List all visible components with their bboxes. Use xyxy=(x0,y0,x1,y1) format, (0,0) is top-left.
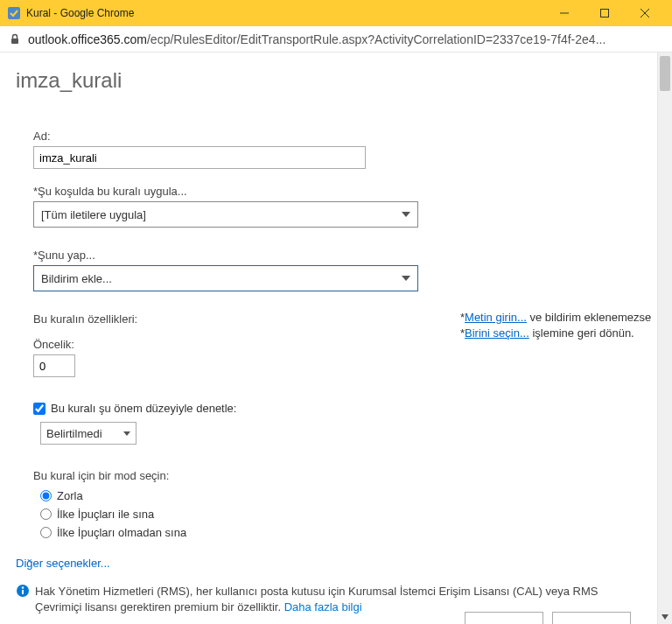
condition-value: [Tüm iletilere uygula] xyxy=(41,208,146,221)
scroll-down-arrow[interactable] xyxy=(658,610,672,624)
enter-text-link[interactable]: Metin girin... xyxy=(465,311,527,324)
svg-rect-2 xyxy=(601,10,609,18)
chevron-down-icon xyxy=(123,431,130,436)
chrome-titlebar: Kural - Google Chrome xyxy=(0,0,672,26)
action-value: Bildirim ekle... xyxy=(41,272,112,285)
close-button[interactable] xyxy=(625,0,665,26)
svg-rect-7 xyxy=(22,590,24,594)
svg-rect-0 xyxy=(8,7,20,19)
svg-rect-5 xyxy=(11,39,18,44)
rms-footer-note: Hak Yönetim Hizmetleri (RMS), her kullan… xyxy=(16,584,635,615)
condition-dropdown[interactable]: [Tüm iletilere uygula] xyxy=(33,201,418,228)
more-options-link[interactable]: Diğer seçenekler... xyxy=(16,557,641,570)
audit-level-value: Belirtilmedi xyxy=(46,427,102,440)
url-path: /ecp/RulesEditor/EditTransportRule.aspx?… xyxy=(147,32,606,46)
url-host: outlook.office365.com xyxy=(28,32,147,46)
address-bar[interactable]: outlook.office365.com/ecp/RulesEditor/Ed… xyxy=(0,26,672,53)
page-content: imza_kurali Ad: *Şu koşulda bu kuralı uy… xyxy=(0,53,657,624)
audit-checkbox-label: Bu kuralı şu önem düzeyiyle denetle: xyxy=(51,402,236,415)
favicon xyxy=(7,6,21,20)
audit-checkbox[interactable] xyxy=(33,403,46,415)
page-title: imza_kurali xyxy=(16,68,641,93)
chevron-down-icon xyxy=(402,212,410,217)
action-label: *Şunu yap... xyxy=(33,249,641,262)
condition-label: *Şu koşulda bu kuralı uygula... xyxy=(33,185,641,198)
mode-option-label: İlke İpuçları ile sına xyxy=(57,508,154,521)
priority-input[interactable] xyxy=(33,354,75,377)
window-controls xyxy=(544,0,665,26)
dialog-buttons xyxy=(465,612,631,624)
mode-option-label: Zorla xyxy=(57,489,83,502)
chevron-down-icon xyxy=(402,276,410,281)
select-one-link[interactable]: Birini seçin... xyxy=(465,326,529,340)
url-text: outlook.office365.com/ecp/RulesEditor/Ed… xyxy=(28,32,663,46)
window-title: Kural - Google Chrome xyxy=(26,7,544,19)
mode-radio-enforce[interactable] xyxy=(40,490,52,501)
lock-icon xyxy=(9,33,21,46)
mode-option-label: İlke İpuçları olmadan sına xyxy=(57,526,186,539)
name-label: Ad: xyxy=(33,130,641,143)
action-dropdown[interactable]: Bildirim ekle... xyxy=(33,265,418,291)
minimize-button[interactable] xyxy=(544,0,584,26)
dialog-button-2[interactable] xyxy=(552,612,631,624)
maximize-button[interactable] xyxy=(584,0,625,26)
audit-level-dropdown[interactable]: Belirtilmedi xyxy=(40,422,136,445)
vertical-scrollbar[interactable] xyxy=(657,53,672,624)
learn-more-link[interactable]: Daha fazla bilgi xyxy=(284,600,362,613)
mode-radio-test-tips[interactable] xyxy=(40,508,52,520)
dialog-button-1[interactable] xyxy=(465,612,543,624)
info-icon xyxy=(16,584,30,598)
svg-point-8 xyxy=(22,586,24,588)
scrollbar-thumb[interactable] xyxy=(660,56,670,91)
rule-name-input[interactable] xyxy=(33,146,366,169)
mode-label: Bu kural için bir mod seçin: xyxy=(33,469,641,482)
action-side-note: *Metin girin... ve bildirim eklenemezse … xyxy=(460,310,651,341)
mode-radio-test-no-tips[interactable] xyxy=(40,527,52,538)
